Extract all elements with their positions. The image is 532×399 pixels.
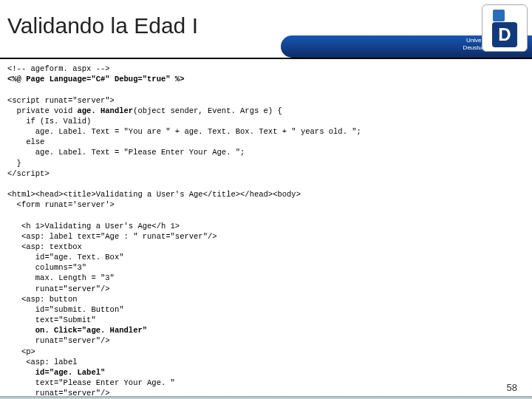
shield-icon xyxy=(493,10,505,21)
code-line: <asp: textbox xyxy=(7,242,82,251)
code-line: <asp: label xyxy=(7,358,78,366)
code-block: <!-- ageform. aspx --> <%@ Page Language… xyxy=(0,59,532,399)
code-line: age. Label. Text = "Please Enter Your Ag… xyxy=(7,148,245,157)
code-line: <h 1>Validating a User's Age</h 1> xyxy=(7,222,180,231)
page-number: 58 xyxy=(507,382,517,393)
slide-title: Validando la Edad I xyxy=(7,13,198,38)
slide-header: Validando la Edad I Universidad de Deust… xyxy=(0,0,532,59)
code-line: age. Handler xyxy=(78,106,134,115)
code-line: private void xyxy=(7,106,78,115)
code-line: runat="server"/> xyxy=(7,336,110,345)
code-line: runat="server"/> xyxy=(7,284,110,293)
code-line: <asp: button xyxy=(7,295,78,304)
code-line: text="Please Enter Your Age. " xyxy=(7,378,175,387)
footer-divider xyxy=(0,396,532,399)
code-line: else xyxy=(7,137,44,146)
code-line: <html><head><title>Validating a User's A… xyxy=(7,190,301,199)
code-line: <form runat='server'> xyxy=(7,200,115,209)
code-line: (object sender, Event. Args e) { xyxy=(133,106,282,115)
logo-letter: D xyxy=(492,22,517,47)
code-line: if (Is. Valid) xyxy=(7,117,91,126)
code-line: } xyxy=(7,159,21,168)
code-line: max. Length = "3" xyxy=(7,273,115,282)
code-line: on. Click="age. Handler" xyxy=(7,326,147,335)
code-line: </script> xyxy=(7,169,50,178)
code-line: text="Submit" xyxy=(7,316,96,324)
code-line: <!-- ageform. aspx --> xyxy=(7,64,110,73)
code-line: <asp: label text="Age : " runat="server"… xyxy=(7,232,217,241)
code-line: columns="3" xyxy=(7,263,86,272)
code-line: <%@ Page Language="C#" Debug="true" %> xyxy=(7,75,184,83)
code-line: id="age. Text. Box" xyxy=(7,253,124,262)
university-logo: D xyxy=(482,4,528,52)
code-line: <script runat="server"> xyxy=(7,96,115,105)
code-line: id="submit. Button" xyxy=(7,305,124,314)
code-line: id="age. Label" xyxy=(7,368,105,377)
code-line: age. Label. Text = "You are " + age. Tex… xyxy=(7,127,361,136)
code-line: <p> xyxy=(7,347,35,356)
